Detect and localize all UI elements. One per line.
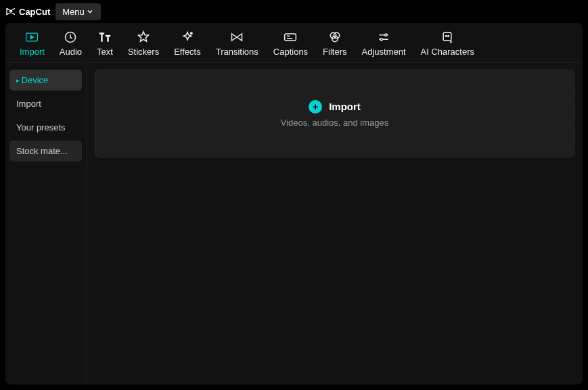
stickers-icon	[137, 30, 150, 44]
titlebar: CapCut Menu	[0, 0, 588, 23]
toolbar: Import Audio Text Stickers Effects Trans…	[5, 23, 583, 63]
tab-adjustment[interactable]: Adjustment	[355, 27, 413, 59]
filters-icon	[328, 30, 342, 44]
svg-point-5	[334, 32, 339, 38]
tab-filters[interactable]: Filters	[315, 27, 354, 59]
tab-effects[interactable]: Effects	[166, 27, 208, 59]
svg-point-8	[380, 39, 382, 41]
tab-stickers[interactable]: Stickers	[120, 27, 166, 59]
dropzone-subtitle: Videos, audios, and images	[281, 118, 388, 128]
tab-import[interactable]: Import	[12, 27, 52, 59]
sidebar-item-stock-materials[interactable]: Stock mate...	[9, 141, 82, 162]
dropzone-title: Import	[329, 101, 361, 112]
effects-icon	[181, 30, 194, 44]
menu-button[interactable]: Menu	[55, 3, 101, 20]
capcut-logo-icon	[5, 6, 16, 17]
import-icon	[25, 30, 39, 44]
tab-ai-characters[interactable]: AI Characters	[413, 27, 482, 59]
tab-text[interactable]: Text	[89, 27, 120, 59]
svg-point-7	[385, 34, 387, 36]
app-name: CapCut	[19, 7, 50, 17]
main-container: Import Audio Text Stickers Effects Trans…	[5, 23, 583, 385]
svg-point-11	[448, 36, 449, 37]
ai-characters-icon	[440, 30, 454, 44]
sidebar-item-your-presets[interactable]: Your presets	[9, 117, 82, 138]
captions-icon	[284, 30, 297, 44]
tab-captions[interactable]: Captions	[266, 27, 315, 59]
content-area: Device Import Your presets Stock mate...…	[5, 63, 583, 385]
audio-icon	[64, 30, 77, 44]
import-dropzone[interactable]: + Import Videos, audios, and images	[95, 70, 574, 157]
transitions-icon	[230, 30, 244, 44]
panel: + Import Videos, audios, and images	[87, 63, 583, 385]
sidebar-item-device[interactable]: Device	[9, 70, 82, 91]
svg-rect-3	[285, 34, 296, 41]
svg-point-10	[446, 36, 447, 37]
svg-rect-9	[443, 32, 451, 41]
svg-point-2	[191, 32, 193, 34]
sidebar: Device Import Your presets Stock mate...	[5, 63, 87, 385]
tab-transitions[interactable]: Transitions	[208, 27, 266, 59]
app-logo: CapCut	[5, 6, 50, 17]
dropzone-title-row: + Import	[309, 100, 361, 114]
chevron-down-icon	[86, 7, 94, 16]
plus-circle-icon: +	[309, 100, 322, 114]
svg-point-6	[332, 36, 338, 41]
sidebar-item-import[interactable]: Import	[9, 93, 82, 114]
text-icon	[98, 30, 112, 44]
tab-audio[interactable]: Audio	[52, 27, 89, 59]
adjustment-icon	[377, 30, 390, 44]
